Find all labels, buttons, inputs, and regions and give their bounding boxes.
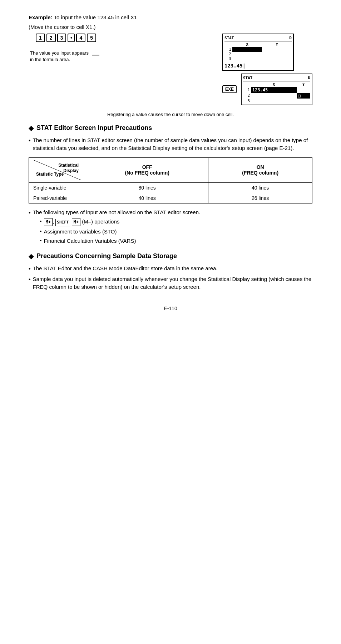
section2-heading: ◆ Precautions Concerning Sample Data Sto… [29, 252, 312, 260]
screen2-row3: 3 [243, 99, 251, 103]
screen1-col-y: Y [262, 42, 292, 47]
example-label: Example: [29, 14, 53, 20]
table-row-1-on: 40 lines [208, 182, 312, 193]
table-row-1-off: 80 lines [86, 182, 208, 193]
formula-label-area: The value you input appears in the formu… [30, 48, 212, 63]
arrow-indicator: — [92, 51, 99, 59]
shift-key: SHIFT [55, 219, 70, 226]
sub-bullet-1-text: M+, SHIFT M+ (M–) operations [44, 218, 120, 226]
section1-bullet-2-content: The following types of input are not all… [33, 208, 201, 247]
section1: ◆ STAT Editor Screen Input Precautions T… [29, 124, 312, 247]
sub-bullet-3-text: Financial Calculation Variables (VARS) [44, 237, 136, 245]
right-side: STAT D X Y 1 2 [222, 34, 312, 105]
screen1-cell-y2 [262, 52, 292, 56]
section1-bullet-list-2: The following types of input are not all… [29, 208, 312, 247]
section2-bullet-list: The STAT Editor and the CASH Mode DataEd… [29, 265, 312, 291]
section2: ◆ Precautions Concerning Sample Data Sto… [29, 252, 312, 291]
screen1-input-row: 123.45| [224, 62, 292, 69]
sub-bullet-1: M+, SHIFT M+ (M–) operations [40, 218, 201, 226]
stat-table: Statistical Display Statistic Type OFF (… [29, 157, 312, 203]
exe-key[interactable]: EXE [222, 85, 237, 93]
table-row-1: Single-variable 80 lines 40 lines [29, 182, 312, 193]
m-plus-key-2: M+ [72, 218, 80, 226]
section1-bullet-list: The number of lines in STAT editor scree… [29, 136, 312, 152]
calculator-screen-1: STAT D X Y 1 2 [222, 34, 294, 71]
screen2-cell-x1: 123.45 [251, 87, 297, 93]
key-3[interactable]: 3 [57, 34, 66, 42]
m-plus-key: M+ [44, 218, 53, 226]
left-side: 1 2 3 • 4 5 The value you input appears … [29, 34, 212, 63]
screen2-cell-y2-highlight: □ [297, 93, 310, 99]
table-row-1-type: Single-variable [29, 182, 86, 193]
screen1-d-label: D [289, 36, 292, 40]
table-row-2-type: Paired-variable [29, 193, 86, 203]
section1-heading: ◆ STAT Editor Screen Input Precautions [29, 124, 312, 132]
section2-title: Precautions Concerning Sample Data Stora… [36, 252, 177, 260]
screen1-cell-x1 [232, 47, 262, 52]
key-1[interactable]: 1 [36, 34, 45, 42]
screen1-cell-x2 [232, 52, 262, 56]
section2-bullet-1-text: The STAT Editor and the CASH Mode DataEd… [33, 265, 218, 273]
page-number: E-110 [29, 306, 312, 311]
section1-sub-bullet-list: M+, SHIFT M+ (M–) operations Assignment … [40, 218, 201, 245]
screen1-stat-label: STAT [224, 36, 234, 40]
key-4[interactable]: 4 [76, 34, 85, 42]
registering-note: Registering a value causes the cursor to… [29, 112, 312, 117]
col-off-header: OFF (No FREQ column) [86, 157, 208, 182]
move-cursor-note: (Move the cursor to cell X1.) [29, 24, 312, 30]
screen2-top-row: STAT D [243, 76, 310, 81]
screen1-cell-y1 [262, 47, 292, 52]
col-off-sub: (No FREQ column) [125, 170, 169, 176]
screen2-d-label: D [308, 76, 310, 80]
key-sequence-area: 1 2 3 • 4 5 The value you input appears … [29, 34, 312, 105]
screen1-cell-x3 [232, 56, 262, 61]
formula-label-text: The value you input appears in the formu… [30, 50, 89, 63]
section1-bullet-1: The number of lines in STAT editor scree… [29, 136, 312, 152]
col-on-header: ON (FREQ column) [208, 157, 312, 182]
example-rest: To input the value 123.45 in cell X1 [53, 14, 137, 20]
screen2-cell-x2 [251, 93, 297, 99]
screen1-cell-y3 [262, 56, 292, 61]
key-dot[interactable]: • [68, 34, 75, 42]
example-heading: Example: To input the value 123.45 in ce… [29, 14, 312, 20]
table-row-2-on: 26 lines [208, 193, 312, 203]
screen2-display: STAT D X Y 1 123.45 [241, 74, 312, 105]
section2-bullet-2-text: Sample data you input is deleted automat… [33, 275, 312, 291]
section1-icon: ◆ [29, 124, 34, 132]
section2-bullet-1: The STAT Editor and the CASH Mode DataEd… [29, 265, 312, 273]
diagonal-header-cell: Statistical Display Statistic Type [29, 157, 86, 182]
screen2-col-x: X [251, 82, 297, 87]
screen1-top-row: STAT D [224, 36, 292, 41]
col-on-label: ON [257, 164, 264, 170]
screen1-row2: 2 [224, 52, 232, 56]
section1-bullet-2: The following types of input are not all… [29, 208, 312, 247]
key-2[interactable]: 2 [46, 34, 56, 42]
sub-bullet-2: Assignment to variables (STO) [40, 228, 201, 236]
calculator-screen-2: EXE STAT D X Y 1 123.45 [222, 74, 312, 105]
col-on-sub: (FREQ column) [242, 170, 278, 176]
diag-bottom-left: Statistic Type [36, 172, 64, 177]
screen1-col-x: X [232, 42, 262, 47]
table-row-2-off: 40 lines [86, 193, 208, 203]
screen2-cell-y3 [297, 99, 310, 103]
screen1-row1: 1 [224, 47, 232, 52]
section2-bullet-2: Sample data you input is deleted automat… [29, 275, 312, 291]
screen2-stat-label: STAT [243, 76, 253, 80]
diagonal-header-inner: Statistical Display Statistic Type [33, 160, 81, 180]
screen1-row3: 3 [224, 56, 232, 61]
section1-bullet-1-text: The number of lines in STAT editor scree… [33, 136, 312, 152]
key-5[interactable]: 5 [87, 34, 96, 42]
example-area: (Move the cursor to cell X1.) 1 2 3 • 4 … [29, 24, 312, 117]
screen2-cell-y1 [297, 87, 310, 93]
key-row: 1 2 3 • 4 5 [36, 34, 212, 42]
section2-icon: ◆ [29, 252, 34, 260]
screen2-col-y: Y [297, 82, 310, 87]
table-row-2: Paired-variable 40 lines 26 lines [29, 193, 312, 203]
section1-bullet-2-text: The following types of input are not all… [33, 209, 201, 215]
sub-bullet-2-text: Assignment to variables (STO) [44, 228, 117, 236]
sub-bullet-3: Financial Calculation Variables (VARS) [40, 237, 201, 245]
screen2-cell-x3 [251, 99, 297, 103]
screen2-row1: 1 [243, 87, 251, 93]
screen2-row2: 2 [243, 93, 251, 99]
col-off-label: OFF [142, 164, 152, 170]
